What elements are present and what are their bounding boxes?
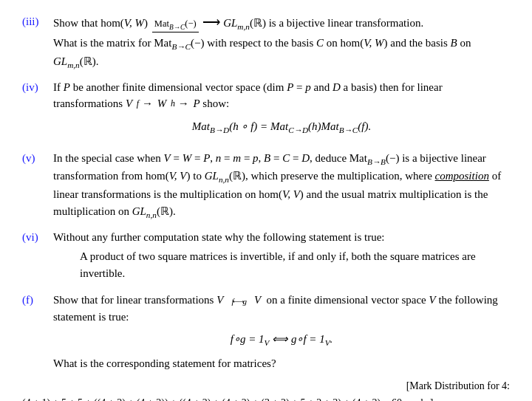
mark-distribution-right: [Mark Distribution for 4: xyxy=(22,378,510,394)
item-iv: (iv) If P be another finite dimensional … xyxy=(22,79,510,143)
item-iii-sub: What is the matrix for MatB→C(−) with re… xyxy=(53,35,510,72)
item-iv-formula: MatB→D(h ∘ f) = MatC→D(h)MatB→C(f). xyxy=(53,118,510,137)
section-f-text: Show that for linear transformations V f… xyxy=(53,294,498,323)
item-vi-label: (vi) xyxy=(22,229,53,246)
item-iv-body: If P be another finite dimensional vecto… xyxy=(53,79,510,143)
section-f-question: What is the corresponding statement for … xyxy=(53,355,510,372)
item-iii: (iii) Show that hom(V, W) MatB→C(−) ⟶ GL… xyxy=(22,13,510,72)
item-vi-body: Without any further computation state wh… xyxy=(53,229,510,285)
item-iv-text: If P be another finite dimensional vecto… xyxy=(53,81,443,110)
item-vi: (vi) Without any further computation sta… xyxy=(22,229,510,285)
item-vi-indented: A product of two square matrices is inve… xyxy=(80,248,510,281)
item-v-label: (v) xyxy=(22,150,53,167)
item-iii-body: Show that hom(V, W) MatB→C(−) ⟶ GLm,n(ℝ)… xyxy=(53,13,510,72)
item-v-body: In the special case when V = W = P, n = … xyxy=(53,150,510,222)
item-iii-label: (iii) xyxy=(22,13,53,30)
section-f-body: Show that for linear transformations V f… xyxy=(53,292,510,371)
mark-distribution-bottom: (4 + 1) + 5 + 5 + ((4 + 2) + (4 + 2)) + … xyxy=(22,395,510,401)
item-v: (v) In the special case when V = W = P, … xyxy=(22,150,510,222)
item-iv-label: (iv) xyxy=(22,79,53,96)
document-body: (iii) Show that hom(V, W) MatB→C(−) ⟶ GL… xyxy=(22,13,510,401)
section-f: (f) Show that for linear transformations… xyxy=(22,292,510,371)
item-vi-text: Without any further computation state wh… xyxy=(53,231,384,243)
item-iii-text: Show that hom(V, W) MatB→C(−) ⟶ GLm,n(ℝ)… xyxy=(53,17,423,29)
section-f-formula: f∘g = 1V ⟺ g∘f = 1V. xyxy=(53,331,510,349)
item-v-text: In the special case when V = W = P, n = … xyxy=(53,152,501,217)
section-f-label: (f) xyxy=(22,292,53,309)
